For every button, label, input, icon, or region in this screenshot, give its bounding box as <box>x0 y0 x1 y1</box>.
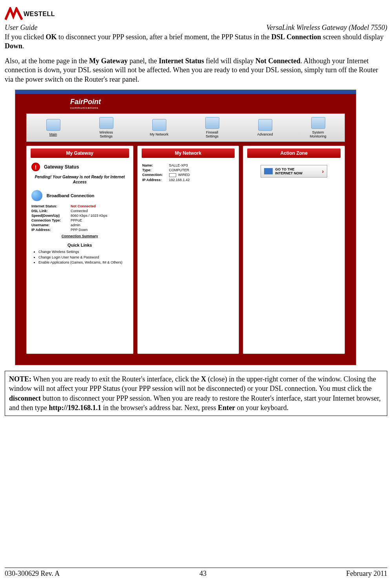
broadband-heading-row: Broadband Connection <box>31 190 128 201</box>
panel-my-gateway: My Gateway ! Gateway Status Pending! You… <box>26 146 133 354</box>
nav-my-network[interactable]: My Network <box>138 119 181 136</box>
kv-ip-address: IP Address: PPP Down <box>31 228 128 232</box>
main-nav: Main Wireless Settings My Network Firewa… <box>26 114 345 142</box>
quick-link-apps[interactable]: Enable Applications (Games, Webcams, IM … <box>38 260 128 265</box>
panel-my-network: My Network Name: SALLE-XP3 Type: COMPUTE… <box>137 146 239 354</box>
panels-row: My Gateway ! Gateway Status Pending! You… <box>26 146 345 354</box>
nav-network-icon <box>152 119 166 131</box>
router-content-area: Main Wireless Settings My Network Firewa… <box>15 114 356 365</box>
quick-link-login[interactable]: Change Login User Name & Password <box>38 255 128 260</box>
header-left: User Guide <box>5 24 38 32</box>
brand-name: WESTELL <box>24 11 55 18</box>
wired-icon <box>169 173 176 177</box>
footer-doc-id: 030-300629 Rev. A <box>5 570 60 578</box>
doc-header: User Guide VersaLink Wireless Gateway (M… <box>5 24 387 32</box>
kv-username: Username: admin <box>31 223 128 227</box>
note-box: NOTE: When you are ready to exit the Rou… <box>5 371 387 416</box>
nav-main[interactable]: Main <box>32 119 75 136</box>
quick-links-heading: Quick Links <box>31 243 128 247</box>
nav-wireless-settings[interactable]: Wireless Settings <box>85 117 128 138</box>
broadband-heading: Broadband Connection <box>47 193 95 198</box>
kv-conn-type: Connection Type: PPPoE <box>31 218 128 222</box>
window-titlebar <box>15 90 356 94</box>
nav-advanced-icon <box>258 119 272 131</box>
embedded-screenshot: FairPoint communications Main Wireless S… <box>15 90 387 365</box>
alert-icon: ! <box>31 163 40 171</box>
brand-mark-icon <box>5 7 23 21</box>
page-footer: 030-300629 Rev. A 43 February 2011 <box>5 568 387 578</box>
kv-internet-status: Internet Status: Not Connected <box>31 204 128 208</box>
panel-action-zone: Action Zone GO TO THE INTERNET NOW › <box>243 146 345 354</box>
nav-firewall-icon <box>205 117 219 129</box>
nav-firewall-settings[interactable]: Firewall Settings <box>191 117 234 138</box>
device-name-row: Name: SALLE-XP3 <box>142 163 234 167</box>
nav-system-monitoring[interactable]: System Monitoring <box>297 117 340 138</box>
device-connection-row: Connection: WIRED <box>142 173 234 177</box>
internet-icon <box>264 168 273 174</box>
router-ui: FairPoint communications Main Wireless S… <box>15 90 356 365</box>
footer-page-number: 43 <box>199 570 206 578</box>
quick-link-wireless[interactable]: Change Wireless Settings <box>38 250 128 255</box>
footer-date: February 2011 <box>346 570 387 578</box>
nav-main-icon <box>46 119 60 131</box>
globe-icon <box>31 190 42 201</box>
gateway-status-heading: Gateway Status <box>44 164 79 170</box>
kv-speed: Speed(Down/Up) 8060 Kbps / 1023 Kbps <box>31 214 128 218</box>
go-to-internet-label: GO TO THE INTERNET NOW <box>275 167 303 175</box>
brand-logo: WESTELL <box>5 7 387 21</box>
isp-logo-row: FairPoint communications <box>15 94 356 114</box>
nav-monitoring-icon <box>311 117 325 129</box>
go-to-internet-button[interactable]: GO TO THE INTERNET NOW › <box>261 165 327 178</box>
paragraph-1: If you clicked OK to disconnect your PPP… <box>5 33 387 51</box>
fairpoint-logo: FairPoint communications <box>70 98 101 110</box>
chevron-right-icon: › <box>322 168 324 174</box>
header-right: VersaLink Wireless Gateway (Model 7550) <box>266 24 387 32</box>
nav-advanced[interactable]: Advanced <box>244 119 287 136</box>
paragraph-2: Also, at the home page in the My Gateway… <box>5 57 387 84</box>
device-type-row: Type: COMPUTER <box>142 168 234 172</box>
gateway-status-row: ! Gateway Status <box>31 163 128 171</box>
gateway-pending-text: Pending! Your Gateway is not Ready for I… <box>34 174 126 185</box>
nav-wireless-icon <box>99 117 113 129</box>
quick-links-list: Change Wireless Settings Change Login Us… <box>31 250 128 265</box>
panel-gateway-title: My Gateway <box>31 148 129 158</box>
device-ip-row: IP Address: 192.168.1.42 <box>142 178 234 182</box>
connection-summary-link[interactable]: Connection Summary <box>31 234 128 238</box>
panel-action-title: Action Zone <box>247 148 341 158</box>
panel-network-title: My Network <box>142 148 235 158</box>
kv-dsl-link: DSL Link: Connected <box>31 209 128 213</box>
